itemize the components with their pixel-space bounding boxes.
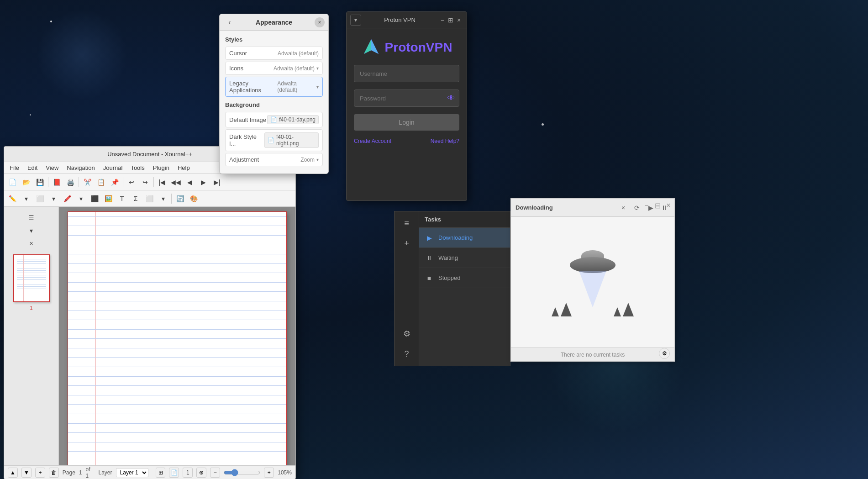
- sidebar-close[interactable]: ×: [25, 237, 38, 250]
- undo-button[interactable]: ↩: [125, 176, 138, 189]
- zoom-presentation-button[interactable]: ⊕: [196, 468, 206, 478]
- proton-vpn-window: ▾ Proton VPN − ⊞ × ProtonVPN 👁 Login: [346, 11, 467, 201]
- waiting-label: Waiting: [438, 254, 458, 261]
- shape-dropdown[interactable]: ▾: [157, 192, 169, 205]
- cut-button[interactable]: ✂️: [81, 176, 94, 189]
- task-downloading-item[interactable]: ▶ Downloading: [419, 228, 510, 248]
- xournal-page[interactable]: [68, 211, 287, 465]
- text-tool[interactable]: T: [116, 192, 128, 205]
- menu-tools[interactable]: Tools: [127, 163, 148, 172]
- pen-tool[interactable]: ✏️: [6, 192, 19, 205]
- legacy-apps-row[interactable]: Legacy Applications Adwaita (default) ▾: [225, 77, 323, 97]
- menu-file[interactable]: File: [6, 163, 23, 172]
- sidebar-dropdown[interactable]: ▾: [25, 224, 38, 237]
- nav-next-button[interactable]: ▶: [197, 176, 210, 189]
- zoom-slider[interactable]: [224, 469, 260, 476]
- proton-menu-button[interactable]: ▾: [350, 15, 361, 26]
- refresh-button[interactable]: 🔄: [174, 192, 186, 205]
- appearance-body: Styles Cursor Adwaita (default) Icons Ad…: [220, 31, 328, 174]
- eraser-tool[interactable]: ⬜: [33, 192, 46, 205]
- eraser-dropdown[interactable]: ▾: [47, 192, 60, 205]
- nav-last-button[interactable]: ▶|: [210, 176, 223, 189]
- download-panel-settings[interactable]: ⚙: [659, 348, 670, 359]
- tasks-sidebar: ≡ + ⚙ ?: [394, 211, 419, 366]
- paste-button[interactable]: 📌: [108, 176, 121, 189]
- icons-row[interactable]: Icons Adwaita (default) ▾: [225, 62, 323, 75]
- download-detail-restore[interactable]: ⊟: [652, 200, 663, 211]
- toolbar2-sep: [171, 194, 172, 204]
- copy-button[interactable]: 📋: [95, 176, 107, 189]
- page-delete-button[interactable]: 🗑: [49, 468, 59, 478]
- proton-restore-button[interactable]: ⊞: [447, 16, 455, 24]
- zoom-out-button[interactable]: −: [210, 468, 220, 478]
- page-down-button[interactable]: ▼: [21, 468, 32, 478]
- default-image-row[interactable]: Default Image 📄 f40-01-day.png: [225, 112, 323, 127]
- layer-select[interactable]: Layer 1: [116, 468, 148, 477]
- save-button[interactable]: 💾: [33, 176, 46, 189]
- username-input[interactable]: [354, 65, 459, 82]
- login-button[interactable]: Login: [354, 114, 459, 131]
- pen-dropdown[interactable]: ▾: [20, 192, 32, 205]
- zoom-fit-button[interactable]: ⊞: [156, 468, 166, 478]
- dark-style-row[interactable]: Dark Style I... 📄 f40-01-night.png: [225, 129, 323, 151]
- zoom-in-button[interactable]: +: [264, 468, 274, 478]
- pdf-button[interactable]: 📕: [50, 176, 63, 189]
- appearance-titlebar: ‹ Appearance ×: [220, 14, 328, 31]
- menu-view[interactable]: View: [42, 163, 62, 172]
- nav-first-button[interactable]: |◀: [156, 176, 168, 189]
- appearance-close-button[interactable]: ×: [315, 17, 325, 27]
- highlighter-tool[interactable]: 🖍️: [61, 192, 74, 205]
- tasks-help-icon[interactable]: ?: [399, 346, 415, 362]
- open-button[interactable]: 📂: [20, 176, 32, 189]
- dark-style-value: 📄 f40-01-night.png: [264, 132, 319, 148]
- need-help-link[interactable]: Need Help?: [431, 138, 459, 144]
- create-account-link[interactable]: Create Account: [354, 138, 391, 144]
- appearance-back-button[interactable]: ‹: [223, 16, 236, 29]
- sidebar-toggle[interactable]: ☰: [25, 211, 38, 224]
- new-button[interactable]: 📄: [6, 176, 19, 189]
- zoom-100-button[interactable]: 1: [183, 468, 193, 478]
- shape-tool[interactable]: ⬜: [143, 192, 156, 205]
- download-detail-minimize[interactable]: −: [642, 200, 652, 211]
- password-toggle-button[interactable]: 👁: [447, 94, 455, 102]
- proton-close-button[interactable]: ×: [455, 16, 463, 24]
- highlighter-dropdown[interactable]: ▾: [74, 192, 87, 205]
- menu-edit[interactable]: Edit: [24, 163, 41, 172]
- zoom-page-button[interactable]: 📄: [169, 468, 179, 478]
- xournal-canvas[interactable]: [59, 207, 295, 465]
- tree-4: [623, 303, 634, 316]
- menu-journal[interactable]: Journal: [100, 163, 126, 172]
- proton-minimize-button[interactable]: −: [438, 16, 447, 24]
- page-up-button[interactable]: ▲: [8, 468, 18, 478]
- menu-plugin[interactable]: Plugin: [149, 163, 173, 172]
- xournal-window: Unsaved Document - Xournal++ File Edit V…: [4, 146, 296, 479]
- dark-style-filename: f40-01-night.png: [276, 134, 316, 147]
- task-waiting-item[interactable]: ⏸ Waiting: [419, 248, 510, 268]
- downloading-icon: ▶: [425, 233, 434, 242]
- adjustment-row[interactable]: Adjustment Zoom ▾: [225, 153, 323, 166]
- password-input[interactable]: [354, 89, 459, 107]
- color-picker[interactable]: 🎨: [187, 192, 200, 205]
- redo-button[interactable]: ↪: [139, 176, 152, 189]
- tasks-settings-icon[interactable]: ⚙: [399, 326, 415, 342]
- download-close-btn[interactable]: ×: [618, 202, 629, 213]
- nav-prev2-button[interactable]: ◀◀: [169, 176, 182, 189]
- download-detail-close[interactable]: ×: [663, 200, 673, 211]
- toolbar-separator2: [79, 177, 79, 187]
- cursor-value-text: Adwaita (default): [278, 50, 319, 57]
- download-refresh-btn[interactable]: ⟳: [631, 202, 642, 213]
- nav-prev-button[interactable]: ◀: [183, 176, 196, 189]
- image-tool[interactable]: 🖼️: [102, 192, 115, 205]
- xournal-title: Unsaved Document - Xournal++: [107, 151, 192, 158]
- menu-navigation[interactable]: Navigation: [63, 163, 98, 172]
- cursor-row[interactable]: Cursor Adwaita (default): [225, 47, 323, 60]
- math-tool[interactable]: Σ: [129, 192, 142, 205]
- page-insert-button[interactable]: +: [35, 468, 45, 478]
- page-thumbnail-1[interactable]: [13, 254, 50, 302]
- tasks-add-icon[interactable]: +: [399, 235, 415, 252]
- tasks-menu-icon[interactable]: ≡: [399, 215, 415, 232]
- print-button[interactable]: 🖨️: [64, 176, 77, 189]
- task-stopped-item[interactable]: ■ Stopped: [419, 268, 510, 288]
- color-tool[interactable]: ⬛: [88, 192, 101, 205]
- menu-help[interactable]: Help: [174, 163, 194, 172]
